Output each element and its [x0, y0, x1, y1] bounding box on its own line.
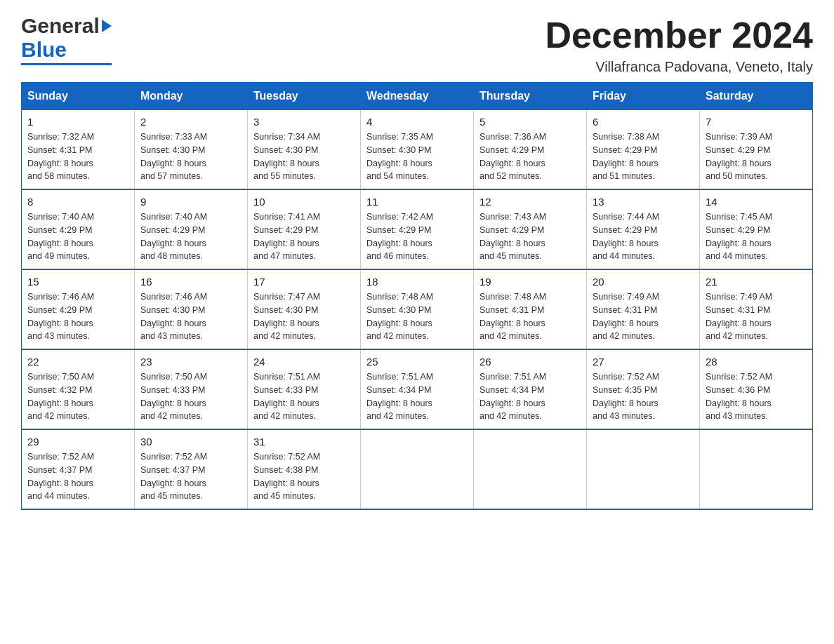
- day-info: Sunrise: 7:46 AMSunset: 4:30 PMDaylight:…: [140, 290, 241, 343]
- calendar-cell: [700, 429, 813, 509]
- day-info: Sunrise: 7:50 AMSunset: 4:32 PMDaylight:…: [27, 370, 128, 423]
- calendar-header-row: SundayMondayTuesdayWednesdayThursdayFrid…: [22, 83, 813, 110]
- calendar-cell: 27 Sunrise: 7:52 AMSunset: 4:35 PMDaylig…: [587, 349, 700, 429]
- day-number: 25: [366, 356, 468, 368]
- calendar-cell: 18 Sunrise: 7:48 AMSunset: 4:30 PMDaylig…: [361, 269, 474, 349]
- day-number: 4: [366, 116, 468, 128]
- day-number: 16: [140, 276, 241, 288]
- weekday-header-sunday: Sunday: [22, 83, 135, 110]
- calendar-cell: 13 Sunrise: 7:44 AMSunset: 4:29 PMDaylig…: [587, 189, 700, 269]
- calendar-cell: [361, 429, 474, 509]
- day-number: 10: [253, 196, 355, 208]
- day-number: 21: [706, 276, 807, 288]
- day-info: Sunrise: 7:39 AMSunset: 4:29 PMDaylight:…: [706, 130, 807, 183]
- day-number: 1: [27, 116, 128, 128]
- calendar-cell: 24 Sunrise: 7:51 AMSunset: 4:33 PMDaylig…: [248, 349, 361, 429]
- calendar-cell: 2 Sunrise: 7:33 AMSunset: 4:30 PMDayligh…: [135, 110, 248, 190]
- calendar-cell: 10 Sunrise: 7:41 AMSunset: 4:29 PMDaylig…: [248, 189, 361, 269]
- calendar-cell: 14 Sunrise: 7:45 AMSunset: 4:29 PMDaylig…: [700, 189, 813, 269]
- page-header: General Blue December 2024 Villafranca P…: [21, 14, 813, 75]
- day-info: Sunrise: 7:32 AMSunset: 4:31 PMDaylight:…: [27, 130, 128, 183]
- day-info: Sunrise: 7:38 AMSunset: 4:29 PMDaylight:…: [593, 130, 694, 183]
- day-number: 26: [479, 356, 581, 368]
- day-info: Sunrise: 7:36 AMSunset: 4:29 PMDaylight:…: [479, 130, 581, 183]
- day-number: 6: [593, 116, 694, 128]
- logo-blue-text: Blue: [21, 38, 67, 62]
- day-number: 20: [593, 276, 694, 288]
- day-number: 18: [366, 276, 468, 288]
- calendar-cell: 12 Sunrise: 7:43 AMSunset: 4:29 PMDaylig…: [474, 189, 587, 269]
- day-number: 29: [27, 436, 128, 448]
- weekday-header-wednesday: Wednesday: [361, 83, 474, 110]
- day-info: Sunrise: 7:44 AMSunset: 4:29 PMDaylight:…: [593, 210, 694, 263]
- calendar-week-row: 15 Sunrise: 7:46 AMSunset: 4:29 PMDaylig…: [22, 269, 813, 349]
- day-number: 15: [27, 276, 128, 288]
- day-info: Sunrise: 7:51 AMSunset: 4:34 PMDaylight:…: [479, 370, 581, 423]
- calendar-cell: 4 Sunrise: 7:35 AMSunset: 4:30 PMDayligh…: [361, 110, 474, 190]
- day-number: 19: [479, 276, 581, 288]
- day-number: 30: [140, 436, 241, 448]
- calendar-cell: 21 Sunrise: 7:49 AMSunset: 4:31 PMDaylig…: [700, 269, 813, 349]
- day-number: 31: [253, 436, 355, 448]
- day-number: 8: [27, 196, 128, 208]
- logo-general-text: General: [21, 14, 100, 38]
- day-number: 12: [479, 196, 581, 208]
- day-number: 3: [253, 116, 355, 128]
- logo-triangle-icon: [102, 20, 112, 32]
- calendar-cell: [474, 429, 587, 509]
- day-number: 27: [593, 356, 694, 368]
- calendar-cell: [587, 429, 700, 509]
- day-info: Sunrise: 7:51 AMSunset: 4:33 PMDaylight:…: [253, 370, 355, 423]
- calendar-week-row: 22 Sunrise: 7:50 AMSunset: 4:32 PMDaylig…: [22, 349, 813, 429]
- day-number: 9: [140, 196, 241, 208]
- weekday-header-thursday: Thursday: [474, 83, 587, 110]
- day-info: Sunrise: 7:50 AMSunset: 4:33 PMDaylight:…: [140, 370, 241, 423]
- weekday-header-tuesday: Tuesday: [248, 83, 361, 110]
- day-number: 28: [706, 356, 807, 368]
- day-number: 24: [253, 356, 355, 368]
- day-info: Sunrise: 7:41 AMSunset: 4:29 PMDaylight:…: [253, 210, 355, 263]
- day-info: Sunrise: 7:52 AMSunset: 4:35 PMDaylight:…: [593, 370, 694, 423]
- calendar-cell: 22 Sunrise: 7:50 AMSunset: 4:32 PMDaylig…: [22, 349, 135, 429]
- calendar-cell: 15 Sunrise: 7:46 AMSunset: 4:29 PMDaylig…: [22, 269, 135, 349]
- day-info: Sunrise: 7:46 AMSunset: 4:29 PMDaylight:…: [27, 290, 128, 343]
- calendar-cell: 11 Sunrise: 7:42 AMSunset: 4:29 PMDaylig…: [361, 189, 474, 269]
- day-info: Sunrise: 7:48 AMSunset: 4:31 PMDaylight:…: [479, 290, 581, 343]
- calendar-table: SundayMondayTuesdayWednesdayThursdayFrid…: [21, 82, 813, 510]
- title-area: December 2024 Villafranca Padovana, Vene…: [545, 14, 813, 75]
- day-info: Sunrise: 7:48 AMSunset: 4:30 PMDaylight:…: [366, 290, 468, 343]
- day-info: Sunrise: 7:42 AMSunset: 4:29 PMDaylight:…: [366, 210, 468, 263]
- day-info: Sunrise: 7:52 AMSunset: 4:37 PMDaylight:…: [140, 450, 241, 503]
- day-number: 17: [253, 276, 355, 288]
- day-info: Sunrise: 7:40 AMSunset: 4:29 PMDaylight:…: [27, 210, 128, 263]
- calendar-cell: 28 Sunrise: 7:52 AMSunset: 4:36 PMDaylig…: [700, 349, 813, 429]
- day-number: 14: [706, 196, 807, 208]
- day-info: Sunrise: 7:43 AMSunset: 4:29 PMDaylight:…: [479, 210, 581, 263]
- calendar-cell: 8 Sunrise: 7:40 AMSunset: 4:29 PMDayligh…: [22, 189, 135, 269]
- day-info: Sunrise: 7:52 AMSunset: 4:36 PMDaylight:…: [706, 370, 807, 423]
- calendar-cell: 5 Sunrise: 7:36 AMSunset: 4:29 PMDayligh…: [474, 110, 587, 190]
- calendar-week-row: 29 Sunrise: 7:52 AMSunset: 4:37 PMDaylig…: [22, 429, 813, 509]
- day-info: Sunrise: 7:45 AMSunset: 4:29 PMDaylight:…: [706, 210, 807, 263]
- day-info: Sunrise: 7:33 AMSunset: 4:30 PMDaylight:…: [140, 130, 241, 183]
- calendar-week-row: 8 Sunrise: 7:40 AMSunset: 4:29 PMDayligh…: [22, 189, 813, 269]
- day-info: Sunrise: 7:52 AMSunset: 4:37 PMDaylight:…: [27, 450, 128, 503]
- month-title: December 2024: [545, 14, 813, 56]
- day-number: 23: [140, 356, 241, 368]
- calendar-cell: 6 Sunrise: 7:38 AMSunset: 4:29 PMDayligh…: [587, 110, 700, 190]
- calendar-cell: 30 Sunrise: 7:52 AMSunset: 4:37 PMDaylig…: [135, 429, 248, 509]
- calendar-cell: 16 Sunrise: 7:46 AMSunset: 4:30 PMDaylig…: [135, 269, 248, 349]
- day-info: Sunrise: 7:35 AMSunset: 4:30 PMDaylight:…: [366, 130, 468, 183]
- calendar-cell: 31 Sunrise: 7:52 AMSunset: 4:38 PMDaylig…: [248, 429, 361, 509]
- calendar-cell: 23 Sunrise: 7:50 AMSunset: 4:33 PMDaylig…: [135, 349, 248, 429]
- calendar-cell: 26 Sunrise: 7:51 AMSunset: 4:34 PMDaylig…: [474, 349, 587, 429]
- day-info: Sunrise: 7:47 AMSunset: 4:30 PMDaylight:…: [253, 290, 355, 343]
- location-text: Villafranca Padovana, Veneto, Italy: [545, 59, 813, 75]
- logo: General Blue: [21, 14, 112, 65]
- day-number: 13: [593, 196, 694, 208]
- calendar-cell: 3 Sunrise: 7:34 AMSunset: 4:30 PMDayligh…: [248, 110, 361, 190]
- calendar-cell: 7 Sunrise: 7:39 AMSunset: 4:29 PMDayligh…: [700, 110, 813, 190]
- day-number: 7: [706, 116, 807, 128]
- weekday-header-monday: Monday: [135, 83, 248, 110]
- day-info: Sunrise: 7:51 AMSunset: 4:34 PMDaylight:…: [366, 370, 468, 423]
